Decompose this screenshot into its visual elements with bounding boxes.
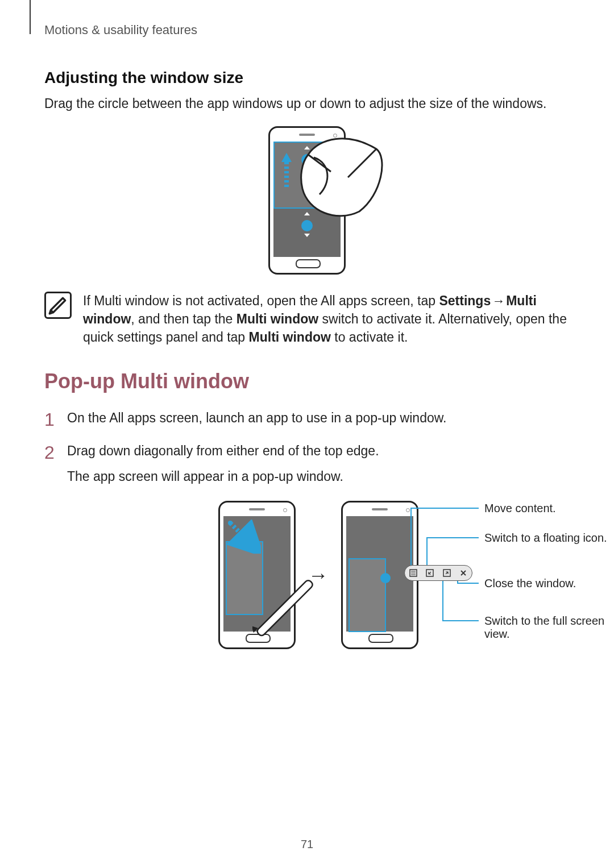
callout-full: Switch to the full screen view. [484,614,609,641]
minimize-icon [426,569,434,577]
move-content-icon [409,569,417,577]
popup-toolbar [404,565,472,581]
drag-handle-icon [380,573,391,583]
callout-float: Switch to a floating icon. [484,531,609,545]
svg-line-0 [230,523,252,545]
stylus-icon [252,575,321,643]
svg-point-1 [228,521,233,525]
up-arrow-icon [283,153,291,187]
step-text: On the All apps screen, launch an app to… [67,410,446,425]
note-icon [44,292,72,319]
step-text: Drag down diagonally from either end of … [67,443,379,458]
step-list: 1 On the All apps screen, launch an app … [44,408,570,487]
svg-rect-2 [256,579,314,637]
step-1: 1 On the All apps screen, launch an app … [44,408,570,428]
drag-diagonal-arrow-icon [227,520,261,554]
callout-move: Move content. [484,502,609,515]
body-text-1: Drag the circle between the app windows … [44,95,570,113]
step-number: 1 [44,406,55,433]
phone-illustration [268,126,346,275]
callout-close: Close the window. [484,577,609,590]
margin-rule [30,0,31,34]
figure-popup-sequence: → [67,501,570,649]
figure-split-window [44,126,570,275]
section-heading-popup: Pop-up Multi window [44,369,570,393]
step-number: 2 [44,439,55,466]
phone-illustration-after [341,501,418,649]
drag-handle-icon [301,220,313,231]
step-2: 2 Drag down diagonally from either end o… [44,441,570,486]
running-header: Motions & usability features [44,23,570,38]
close-icon [459,569,467,577]
page-number: 71 [0,838,614,851]
drag-handle-icon [301,154,313,165]
fullscreen-icon [443,569,451,577]
note-block: If Multi window is not activated, open t… [44,292,570,347]
note-text: If Multi window is not activated, open t… [83,292,570,347]
subheading-adjusting: Adjusting the window size [44,69,570,87]
step-followup: The app screen will appear in a pop-up w… [67,467,570,487]
